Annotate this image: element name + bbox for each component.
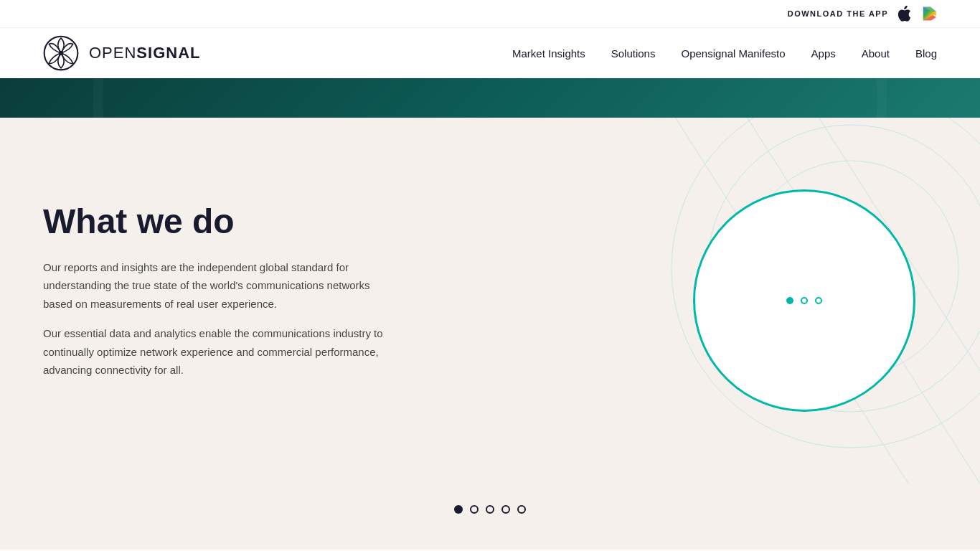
dot-2 xyxy=(801,297,808,304)
what-we-do-title: What we do xyxy=(43,203,387,241)
nav-manifesto[interactable]: Opensignal Manifesto xyxy=(681,47,785,60)
nav-about[interactable]: About xyxy=(862,47,890,60)
google-play-icon[interactable] xyxy=(923,6,937,22)
apple-store-icon[interactable] xyxy=(897,6,911,22)
logo-text-bold: SIGNAL xyxy=(136,44,200,62)
carousel-dot-2[interactable] xyxy=(470,505,479,514)
logo-text-light: OPEN xyxy=(89,44,136,62)
nav-market-insights[interactable]: Market Insights xyxy=(512,47,585,60)
what-we-do-content: What we do Our reports and insights are … xyxy=(43,203,387,391)
what-we-do-paragraph2: Our essential data and analytics enable … xyxy=(43,324,387,380)
download-label: DOWNLOAD THE APP xyxy=(788,9,888,18)
dot-3 xyxy=(815,297,822,304)
nav-blog[interactable]: Blog xyxy=(915,47,937,60)
what-we-do-paragraph1: Our reports and insights are the indepen… xyxy=(43,258,387,314)
nav-apps[interactable]: Apps xyxy=(811,47,836,60)
logo-icon xyxy=(43,35,79,71)
circle-main xyxy=(693,189,915,412)
carousel-dot-4[interactable] xyxy=(501,505,510,514)
hero-banner xyxy=(0,78,980,118)
nav-solutions[interactable]: Solutions xyxy=(611,47,656,60)
main-nav: Market Insights Solutions Opensignal Man… xyxy=(512,47,937,60)
carousel-dot-3[interactable] xyxy=(486,505,494,514)
logo[interactable]: OPENSIGNAL xyxy=(43,35,200,71)
circle-graphic xyxy=(636,161,937,433)
what-we-do-section: What we do Our reports and insights are … xyxy=(0,118,980,491)
carousel-dot-1[interactable] xyxy=(454,505,463,514)
circle-dots xyxy=(786,297,822,304)
svg-point-2 xyxy=(59,51,64,56)
carousel-dot-5[interactable] xyxy=(517,505,526,514)
logo-text: OPENSIGNAL xyxy=(89,44,200,62)
dot-1 xyxy=(786,297,793,304)
carousel-dots xyxy=(0,505,980,528)
